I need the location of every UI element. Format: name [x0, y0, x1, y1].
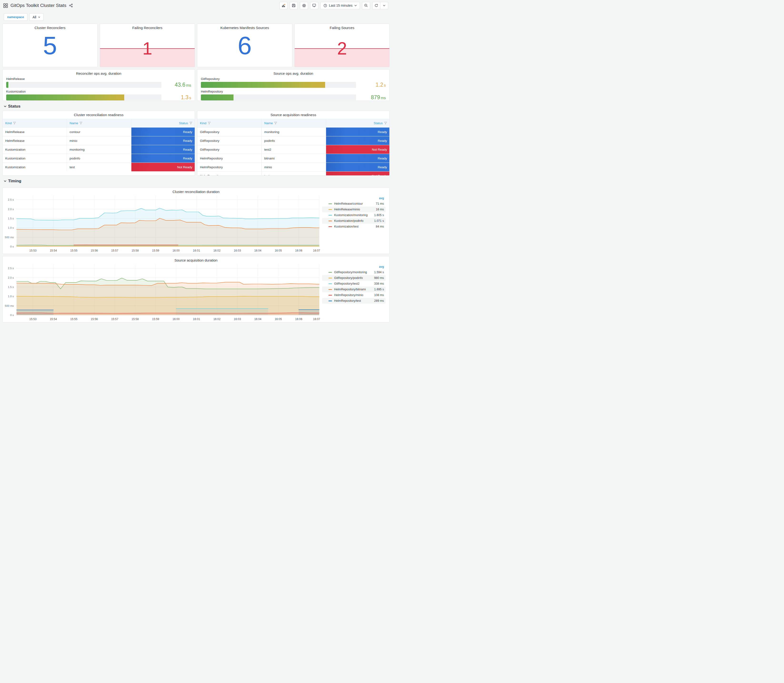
gauge-track	[201, 95, 356, 100]
series-area-helmrepository-test	[17, 310, 54, 315]
zoom-out-button[interactable]	[362, 2, 370, 9]
column-header-status[interactable]: Status	[326, 119, 390, 127]
x-tick-label: 16:02	[213, 317, 220, 321]
legend-item-helmrelease-contour[interactable]: HelmRelease/contour71 ms	[322, 201, 386, 207]
dashboard-settings-button[interactable]	[300, 2, 308, 9]
column-header-status[interactable]: Status	[131, 119, 195, 127]
gauge-track	[6, 82, 161, 88]
cell-kind: Kustomization	[3, 145, 67, 154]
x-tick-label: 15:53	[29, 317, 37, 321]
legend-item-helmrepository-minio[interactable]: HelmRepository/minio108 ms	[322, 292, 386, 298]
series-swatch	[329, 204, 332, 204]
panel-title[interactable]: Source acquisition readiness	[197, 111, 390, 117]
legend-avg-header[interactable]: avg	[322, 265, 386, 269]
cell-status: Ready	[131, 154, 195, 162]
legend-item-kustomization-test[interactable]: Kustomization/test84 ms	[322, 224, 386, 229]
gauge-track	[6, 95, 161, 100]
series-swatch	[329, 215, 332, 216]
series-name: Kustomization/test	[334, 225, 376, 228]
panel-title[interactable]: Cluster reconciliation duration	[4, 188, 388, 194]
namespace-variable-value[interactable]: All	[29, 13, 44, 21]
table-body: HelmReleasecontourReadyHelmReleaseminioR…	[3, 127, 195, 172]
cell-name: bitnami	[261, 154, 326, 162]
series-swatch	[329, 221, 332, 221]
column-header-kind[interactable]: Kind	[3, 119, 67, 127]
time-series-plot[interactable]: 0 s500 ms1.0 s1.5 s2.0 s2.5 s15:5315:541…	[4, 194, 321, 254]
refresh-button[interactable]	[372, 2, 380, 9]
column-header-name[interactable]: Name	[67, 119, 131, 127]
panel-title[interactable]: Source ops avg. duration	[201, 69, 386, 75]
x-tick-label: 15:59	[152, 317, 159, 321]
panel-title[interactable]: Reconciler ops avg. duration	[6, 69, 191, 75]
gauge-value: 879ms	[356, 94, 386, 101]
table-row: KustomizationmonitoringReady	[3, 145, 195, 154]
namespace-selected-value: All	[33, 15, 37, 19]
gauge-panel-source-ops-avg-duration: Source ops avg. durationGitRepository1.2…	[197, 69, 390, 101]
add-panel-button[interactable]	[279, 2, 287, 9]
legend-item-helmrepository-test[interactable]: HelmRepository/test289 ms	[322, 298, 386, 304]
series-name: HelmRepository/test	[334, 299, 374, 303]
filter-funnel-icon[interactable]	[274, 122, 277, 125]
legend-avg-header[interactable]: avg	[322, 197, 386, 201]
chart-legend: avgGitRepository/monitoring1.594 sGitRep…	[321, 262, 388, 322]
y-tick-label: 0 s	[10, 245, 14, 248]
cell-name: test	[67, 163, 131, 172]
stat-value: 2	[295, 24, 390, 67]
gauge-value: 1.3s	[161, 94, 191, 101]
section-header-status[interactable]: Status	[0, 101, 392, 111]
filter-funnel-icon[interactable]	[384, 122, 387, 125]
section-label: Status	[8, 104, 21, 109]
x-tick-label: 15:58	[131, 317, 139, 321]
gauge-line: 1.2s	[201, 82, 386, 88]
legend-item-gitrepository-test2[interactable]: GitRepository/test2338 ms	[322, 281, 386, 287]
filter-funnel-icon[interactable]	[208, 122, 211, 125]
legend-item-kustomization-monitoring[interactable]: Kustomization/monitoring1.605 s	[322, 212, 386, 218]
gauge-row-gitrepository: GitRepository1.2s	[201, 77, 386, 88]
y-tick-label: 500 ms	[5, 305, 14, 307]
namespace-variable-label[interactable]: namespace	[4, 13, 27, 21]
gauge-fill	[201, 82, 325, 88]
table-body: GitRepositorymonitoringReadyGitRepositor…	[197, 127, 390, 176]
column-header-name[interactable]: Name	[261, 119, 326, 127]
filter-funnel-icon[interactable]	[80, 122, 82, 125]
save-dashboard-button[interactable]	[290, 2, 298, 9]
gauge-fill	[201, 95, 234, 100]
filter-funnel-icon[interactable]	[13, 122, 16, 125]
legend-item-helmrelease-minio[interactable]: HelmRelease/minio16 ms	[322, 207, 386, 212]
filter-funnel-icon[interactable]	[189, 122, 192, 125]
legend-item-kustomization-podinfo[interactable]: Kustomization/podinfo1.071 s	[322, 218, 386, 224]
legend-item-helmrepository-bitnami[interactable]: HelmRepository/bitnami1.695 s	[322, 287, 386, 292]
timing-charts: Cluster reconciliation duration0 s500 ms…	[0, 188, 392, 322]
table-row: GitRepositorymonitoringReady	[197, 127, 390, 136]
chevron-down-icon	[38, 16, 40, 18]
table-header-row: KindNameStatus	[3, 119, 195, 127]
cell-kind: HelmRelease	[3, 136, 67, 145]
share-icon[interactable]	[69, 3, 73, 7]
refresh-interval-picker[interactable]	[380, 2, 388, 9]
series-swatch	[329, 226, 332, 227]
dashboard-grid-icon[interactable]	[3, 3, 8, 8]
chart-legend: avgHelmRelease/contour71 msHelmRelease/m…	[321, 194, 388, 254]
time-range-picker[interactable]: Last 15 minutes	[321, 2, 360, 9]
y-tick-label: 0 s	[10, 314, 14, 316]
cell-name: minio	[67, 136, 131, 145]
series-name: GitRepository/monitoring	[334, 271, 374, 274]
time-series-plot[interactable]: 0 s500 ms1.0 s1.5 s2.0 s2.5 s15:5315:541…	[4, 262, 321, 322]
panel-title[interactable]: Cluster reconciliation readiness	[3, 111, 195, 117]
template-variables-row: namespace All	[0, 11, 392, 24]
legend-item-gitrepository-podinfo[interactable]: GitRepository/podinfo980 ms	[322, 275, 386, 281]
cycle-view-mode-button[interactable]	[310, 2, 318, 9]
series-name: HelmRepository/minio	[334, 293, 374, 297]
chevron-down-icon	[4, 106, 6, 107]
section-header-timing[interactable]: Timing	[0, 176, 392, 185]
x-tick-label: 16:07	[313, 317, 320, 321]
stat-value: 1	[100, 24, 195, 67]
panel-title[interactable]: Source acquisition duration	[4, 256, 388, 262]
column-header-kind[interactable]: Kind	[197, 119, 261, 127]
table-panel-source-acquisition-readiness: Source acquisition readinessKindNameStat…	[197, 111, 390, 176]
x-tick-label: 15:56	[91, 249, 98, 252]
legend-item-gitrepository-monitoring[interactable]: GitRepository/monitoring1.594 s	[322, 269, 386, 275]
gauge-panel-reconciler-ops-avg-duration: Reconciler ops avg. durationHelmRelease4…	[2, 69, 195, 101]
x-tick-label: 16:07	[313, 249, 320, 252]
series-swatch	[329, 301, 332, 301]
